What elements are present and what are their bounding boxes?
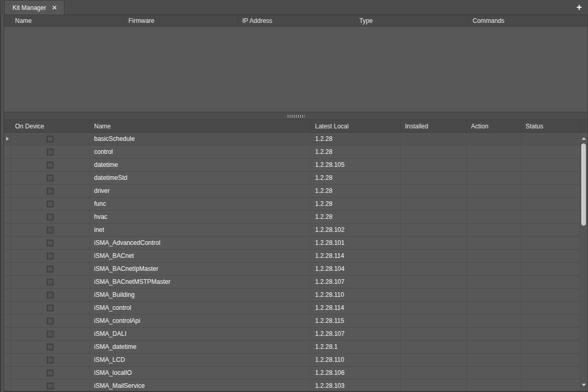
kit-row[interactable]: iSMA_controlApi 1.2.28.115 bbox=[4, 315, 580, 328]
on-device-checkbox[interactable] bbox=[47, 253, 54, 259]
kit-row[interactable]: datetime 1.2.28.105 bbox=[4, 159, 580, 172]
on-device-checkbox[interactable] bbox=[47, 305, 54, 311]
tab-kit-manager[interactable]: Kit Manager ✕ bbox=[4, 0, 64, 15]
column-header-action[interactable]: Action bbox=[467, 120, 521, 132]
splitter[interactable] bbox=[4, 112, 587, 120]
checkbox-inner bbox=[48, 280, 52, 284]
kit-row[interactable]: iSMA_DALI 1.2.28.107 bbox=[4, 328, 580, 341]
on-device-checkbox[interactable] bbox=[47, 279, 54, 285]
on-device-checkbox[interactable] bbox=[47, 383, 54, 389]
on-device-checkbox[interactable] bbox=[47, 266, 54, 272]
kit-name: iSMA_BACnet bbox=[90, 250, 311, 262]
on-device-cell bbox=[11, 341, 90, 353]
kit-status bbox=[521, 354, 580, 366]
scrollbar-track[interactable] bbox=[580, 142, 587, 381]
on-device-checkbox[interactable] bbox=[47, 201, 54, 207]
vertical-scrollbar[interactable] bbox=[580, 133, 587, 391]
kit-installed bbox=[401, 185, 467, 197]
kit-row[interactable]: control 1.2.28 bbox=[4, 146, 580, 159]
dock-edge bbox=[1, 15, 4, 392]
on-device-cell bbox=[11, 224, 90, 236]
row-selector-cell bbox=[4, 237, 11, 249]
on-device-cell bbox=[11, 367, 90, 379]
kit-name: iSMA_localIO bbox=[90, 367, 311, 379]
on-device-checkbox[interactable] bbox=[47, 292, 54, 298]
column-header-name[interactable]: Name bbox=[90, 120, 311, 132]
kit-row[interactable]: iSMA_AdvancedControl 1.2.28.101 bbox=[4, 237, 580, 250]
kit-row[interactable]: iSMA_BACnetIpMaster 1.2.28.104 bbox=[4, 263, 580, 276]
row-selector-header bbox=[4, 15, 11, 26]
on-device-checkbox[interactable] bbox=[47, 370, 54, 376]
kit-installed bbox=[401, 354, 467, 366]
row-selector-cell bbox=[4, 172, 11, 184]
on-device-checkbox[interactable] bbox=[47, 214, 54, 220]
on-device-checkbox[interactable] bbox=[47, 331, 54, 337]
on-device-checkbox[interactable] bbox=[47, 162, 54, 168]
kit-row[interactable]: hvac 1.2.28 bbox=[4, 211, 580, 224]
kit-installed bbox=[401, 146, 467, 158]
add-tab-button[interactable]: + bbox=[574, 2, 584, 12]
kit-manager-panel: Name Firmware IP Address Type Commands O… bbox=[1, 15, 588, 392]
kit-latest-local: 1.2.28 bbox=[311, 133, 401, 145]
chevron-down-icon bbox=[582, 384, 586, 386]
kit-latest-local: 1.2.28.107 bbox=[311, 276, 401, 288]
row-selector-cell bbox=[4, 185, 11, 197]
kit-action bbox=[467, 380, 521, 391]
kit-row[interactable]: func 1.2.28 bbox=[4, 198, 580, 211]
column-header-name[interactable]: Name bbox=[11, 15, 124, 26]
kit-row[interactable]: iSMA_Building 1.2.28.110 bbox=[4, 289, 580, 302]
kit-row[interactable]: iSMA_BACnet 1.2.28.114 bbox=[4, 250, 580, 263]
kit-latest-local: 1.2.28.102 bbox=[311, 224, 401, 236]
kit-row[interactable]: driver 1.2.28 bbox=[4, 185, 580, 198]
kit-action bbox=[467, 172, 521, 184]
kit-action bbox=[467, 250, 521, 262]
kit-status bbox=[521, 341, 580, 353]
on-device-cell bbox=[11, 198, 90, 210]
on-device-checkbox[interactable] bbox=[47, 240, 54, 246]
kit-action bbox=[467, 367, 521, 379]
kit-row[interactable]: iSMA_datetime 1.2.28.1 bbox=[4, 341, 580, 354]
on-device-checkbox[interactable] bbox=[47, 149, 54, 155]
column-header-type[interactable]: Type bbox=[355, 15, 468, 26]
on-device-checkbox[interactable] bbox=[47, 357, 54, 363]
kit-row[interactable]: iSMA_localIO 1.2.28.106 bbox=[4, 367, 580, 380]
kit-installed bbox=[401, 276, 467, 288]
on-device-checkbox[interactable] bbox=[47, 318, 54, 324]
kit-name: iSMA_MailService bbox=[90, 380, 311, 391]
on-device-checkbox[interactable] bbox=[47, 344, 54, 350]
column-header-status[interactable]: Status bbox=[521, 120, 580, 132]
column-header-ip-address[interactable]: IP Address bbox=[238, 15, 355, 26]
kit-row[interactable]: iSMA_control 1.2.28.114 bbox=[4, 302, 580, 315]
on-device-checkbox[interactable] bbox=[47, 136, 54, 142]
on-device-checkbox[interactable] bbox=[47, 175, 54, 181]
kit-row[interactable]: iSMA_LCD 1.2.28.110 bbox=[4, 354, 580, 367]
kit-row[interactable]: basicSchedule 1.2.28 bbox=[4, 133, 580, 146]
on-device-checkbox[interactable] bbox=[47, 227, 54, 233]
checkbox-inner bbox=[48, 163, 52, 167]
on-device-cell bbox=[11, 159, 90, 171]
column-header-commands[interactable]: Commands bbox=[468, 15, 587, 26]
on-device-cell bbox=[11, 211, 90, 223]
kits-table-body-wrap: basicSchedule 1.2.28 control 1.2.28 date bbox=[4, 133, 587, 391]
kit-status bbox=[521, 276, 580, 288]
row-selector-cell bbox=[4, 302, 11, 314]
checkbox-inner bbox=[48, 202, 52, 206]
row-selector-cell bbox=[4, 367, 11, 379]
row-selector-cell bbox=[4, 146, 11, 158]
kit-row[interactable]: inet 1.2.28.102 bbox=[4, 224, 580, 237]
column-header-on-device[interactable]: On Device bbox=[11, 120, 90, 132]
column-header-latest-local[interactable]: Latest Local bbox=[311, 120, 401, 132]
kit-name: datetime bbox=[90, 159, 311, 171]
on-device-cell bbox=[11, 380, 90, 391]
on-device-checkbox[interactable] bbox=[47, 188, 54, 194]
scroll-up-button[interactable] bbox=[580, 135, 587, 142]
kit-row[interactable]: datetimeStd 1.2.28 bbox=[4, 172, 580, 185]
column-header-firmware[interactable]: Firmware bbox=[124, 15, 238, 26]
scrollbar-thumb[interactable] bbox=[581, 143, 586, 226]
tab-close-icon[interactable]: ✕ bbox=[52, 5, 57, 11]
kit-row[interactable]: iSMA_MailService 1.2.28.103 bbox=[4, 380, 580, 391]
scroll-down-button[interactable] bbox=[580, 381, 587, 388]
on-device-cell bbox=[11, 133, 90, 145]
kit-row[interactable]: iSMA_BACnetMSTPMaster 1.2.28.107 bbox=[4, 276, 580, 289]
column-header-installed[interactable]: Installed bbox=[401, 120, 467, 132]
